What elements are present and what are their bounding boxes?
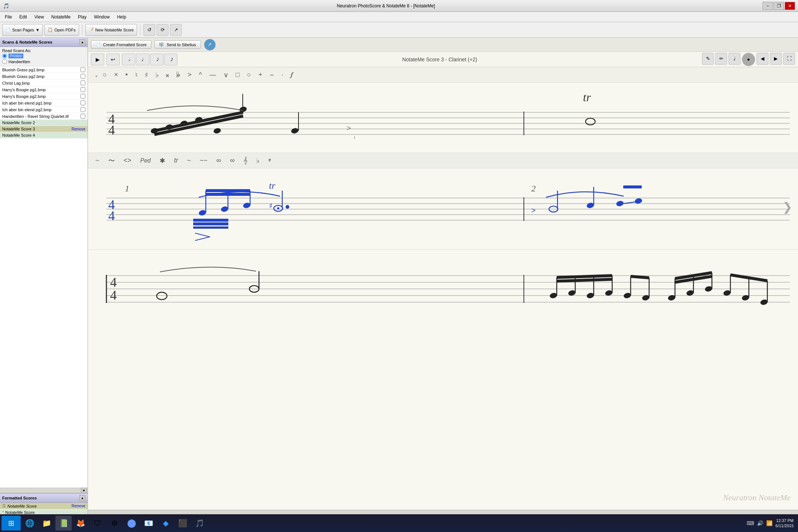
notation-common-time[interactable]: 𝄵 (267, 156, 273, 165)
notation-flat[interactable]: ♭ (154, 70, 160, 80)
new-notate-score-button[interactable]: 📝 New NotateMe Score (85, 24, 137, 36)
scan-pages-button[interactable]: 📄 Scan Pages ▼ (2, 24, 43, 36)
note-btn-4[interactable]: 𝅘𝅥𝅯 (164, 54, 177, 65)
list-item[interactable]: Christ Lag.bmp (0, 80, 88, 86)
menu-window[interactable]: Window (91, 13, 113, 21)
scan-checkbox[interactable] (81, 107, 85, 112)
volume-icon[interactable]: 🔊 (757, 520, 763, 526)
menu-file[interactable]: File (1, 13, 15, 21)
scan-checkbox[interactable] (81, 114, 85, 119)
notation-natural[interactable]: ♮ (134, 70, 139, 80)
notation-mordent[interactable]: ~ (185, 156, 192, 165)
handwritten-radio[interactable] (2, 59, 7, 64)
note-btn-3[interactable]: 𝅘𝅥𝅮 (150, 54, 163, 65)
notation-double-sharp[interactable]: 𝄪 (164, 70, 170, 79)
play-button[interactable]: ▶ (91, 54, 104, 65)
network-icon[interactable]: 📶 (766, 520, 773, 526)
scan-checkbox[interactable] (81, 74, 85, 79)
scan-checkbox[interactable] (81, 100, 85, 105)
restore-button[interactable]: ❐ (774, 2, 784, 10)
list-item[interactable]: NotateMe Score 4 (0, 132, 88, 139)
notation-portato[interactable]: ∨ (222, 70, 230, 80)
menu-help[interactable]: Help (114, 13, 130, 21)
list-item-selected[interactable]: NotateMe Score 3 Remove (0, 126, 88, 132)
list-item[interactable]: Harry's Boogie pg1.bmp (0, 86, 88, 93)
prev-page-button[interactable]: ◀ (757, 53, 768, 65)
undo-button[interactable]: ↩ (106, 54, 120, 65)
taskbar-circle-icon[interactable]: ⬤ (123, 516, 140, 531)
next-page-button[interactable]: ▶ (770, 53, 782, 65)
formatted-scroll-up[interactable]: ▲ (79, 495, 85, 501)
notation-tenuto[interactable]: — (208, 70, 218, 79)
list-item[interactable]: Ich aber bin elend pg2.bmp (0, 106, 88, 113)
list-item[interactable]: Harry's Boogie pg2.bmp (0, 93, 88, 100)
refresh-button[interactable]: ↺ (143, 24, 155, 36)
scans-scroll-down[interactable]: ▼ (81, 488, 87, 493)
notation-x[interactable]: × (113, 70, 120, 79)
scans-scroll-up[interactable]: ▲ (79, 39, 85, 45)
taskbar-firefox-icon[interactable]: 🦊 (72, 516, 89, 531)
notation-dot[interactable]: • (124, 70, 129, 79)
list-item[interactable]: Blueish Grass pg2.bmp (0, 73, 88, 80)
fullscreen-button[interactable]: ⛶ (783, 53, 795, 65)
notation-pedal[interactable]: Ped (139, 157, 152, 165)
menu-play[interactable]: Play (75, 13, 90, 21)
notation-sfz[interactable]: 𝆑 (289, 70, 294, 79)
notation-double-flat[interactable]: 𝄫 (175, 70, 182, 79)
notation-trill[interactable]: tr (173, 156, 180, 165)
scan-checkbox[interactable] (81, 67, 85, 72)
reload-button[interactable]: ⟳ (157, 24, 168, 36)
open-pdfs-button[interactable]: 📋 Open PDFs (44, 24, 79, 36)
remove-formatted-button[interactable]: Remove (72, 504, 85, 508)
note-btn-2[interactable]: ♩ (136, 54, 149, 65)
taskbar-mail-icon[interactable]: 📧 (140, 516, 157, 531)
send-to-sibelius-button[interactable]: 🎼 Send to Sibelius (154, 40, 201, 49)
notation-square[interactable]: □ (234, 70, 241, 79)
create-formatted-score-button[interactable]: 📄 Create Formatted Score (91, 40, 151, 49)
pencil-mode-button[interactable]: ✏ (715, 53, 727, 65)
list-item[interactable]: Blueish Grass pg1.bmp (0, 66, 88, 73)
menu-edit[interactable]: Edit (16, 13, 30, 21)
close-button[interactable]: ✕ (785, 2, 795, 10)
note-btn-1[interactable]: 𝅗𝅥 (122, 54, 135, 65)
menu-view[interactable]: View (31, 13, 47, 21)
export-score-button[interactable]: ↗ (204, 39, 216, 51)
notation-whole-note[interactable]: ○ (101, 70, 108, 79)
notation-trill2[interactable]: ~~ (198, 156, 209, 165)
edit-mode-button[interactable]: ✎ (702, 53, 714, 65)
note-input-button[interactable]: ♩ (729, 53, 740, 65)
notation-sharp[interactable]: ♯ (143, 70, 150, 80)
list-item[interactable]: NotateMe Score 2 (0, 120, 88, 126)
notation-treble-clef[interactable]: 𝄞 (242, 156, 249, 165)
scan-checkbox[interactable] (81, 81, 85, 85)
notation-inf2[interactable]: ∞ (228, 156, 236, 165)
notation-flat2[interactable]: ♭ (255, 156, 261, 166)
notation-hairpin[interactable]: <> (122, 156, 133, 165)
scan-checkbox[interactable] (81, 87, 85, 92)
taskbar-ie-icon[interactable]: 🌐 (21, 516, 38, 531)
taskbar-shield-icon[interactable]: 🛡 (89, 516, 106, 531)
notation-wavy[interactable]: 〜 (107, 156, 116, 166)
notation-accent[interactable]: > (186, 70, 193, 79)
notation-plus[interactable]: + (257, 70, 264, 79)
notation-harmonic[interactable]: ○ (246, 70, 253, 79)
taskbar-gear-icon[interactable]: ⚙ (106, 516, 123, 531)
notation-tilde[interactable]: ~ (94, 156, 101, 165)
taskbar-music-icon[interactable]: 🎵 (191, 516, 208, 531)
minimize-button[interactable]: − (763, 2, 773, 10)
notation-inf1[interactable]: ∞ (215, 156, 223, 165)
list-item[interactable]: Ich aber bin elend pg1.bmp (0, 100, 88, 106)
list-item[interactable]: Handwritten - Ravel String Quartet.tif (0, 113, 88, 120)
formatted-item[interactable]: ☰ NotateMe Score Remove (0, 503, 88, 509)
notation-asterisk[interactable]: ✱ (158, 156, 167, 166)
menu-notateme[interactable]: NotateMe (48, 13, 74, 21)
keyboard-icon[interactable]: ⌨ (747, 520, 754, 526)
taskbar-diamond-icon[interactable]: ◆ (157, 516, 174, 531)
printed-radio[interactable] (2, 54, 7, 58)
scan-checkbox[interactable] (81, 94, 85, 99)
notation-staccato[interactable]: · (280, 70, 285, 79)
export-button[interactable]: ↗ (170, 24, 182, 36)
notation-marcato[interactable]: ^ (197, 70, 203, 79)
taskbar-excel-icon[interactable]: 📗 (55, 516, 72, 531)
taskbar-red-icon[interactable]: ⬛ (174, 516, 191, 531)
